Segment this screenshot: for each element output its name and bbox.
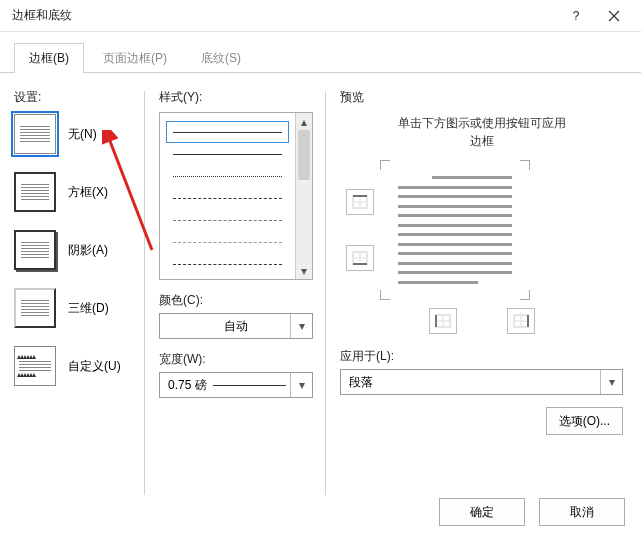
cancel-button[interactable]: 取消: [539, 498, 625, 526]
close-icon: [608, 10, 620, 22]
preview-area: [340, 160, 623, 300]
preview-lines-icon: [398, 176, 512, 284]
border-top-button[interactable]: [346, 189, 374, 215]
scrollbar[interactable]: ▴ ▾: [295, 113, 312, 279]
style-item[interactable]: [166, 187, 289, 209]
preview-label: 预览: [340, 89, 623, 106]
scroll-track[interactable]: [296, 180, 312, 262]
style-items: [160, 113, 295, 279]
corner-icon: [380, 290, 390, 300]
preview-hint: 单击下方图示或使用按钮可应用 边框: [340, 114, 623, 150]
preview-column: 预览 单击下方图示或使用按钮可应用 边框: [326, 83, 627, 503]
border-left-icon: [435, 314, 451, 328]
style-item[interactable]: [166, 121, 289, 143]
style-list: ▴ ▾: [159, 112, 313, 280]
corner-icon: [520, 290, 530, 300]
setting-none[interactable]: 无(N): [14, 114, 144, 154]
border-right-icon: [513, 314, 529, 328]
window-title: 边框和底纹: [8, 7, 557, 24]
setting-custom-icon: ▴▴▴▴▴▴ ▴▴▴▴▴▴: [14, 346, 56, 386]
border-left-button[interactable]: [429, 308, 457, 334]
style-label: 样式(Y):: [159, 89, 313, 106]
tab-shading[interactable]: 底纹(S): [186, 43, 256, 73]
corner-icon: [380, 160, 390, 170]
preview-bottom-buttons: [340, 308, 623, 334]
setting-shadow-icon: [14, 230, 56, 270]
help-button[interactable]: ?: [557, 1, 595, 31]
scroll-thumb[interactable]: [298, 130, 310, 180]
style-item[interactable]: [166, 143, 289, 165]
ok-button[interactable]: 确定: [439, 498, 525, 526]
options-button[interactable]: 选项(O)...: [546, 407, 623, 435]
border-right-button[interactable]: [507, 308, 535, 334]
setting-none-icon: [14, 114, 56, 154]
preview-paper[interactable]: [380, 160, 530, 300]
style-item[interactable]: [166, 231, 289, 253]
tabs: 边框(B) 页面边框(P) 底纹(S): [0, 32, 641, 73]
border-top-icon: [352, 195, 368, 209]
setting-3d-label: 三维(D): [68, 300, 109, 317]
chevron-down-icon: ▾: [290, 373, 312, 397]
setting-3d-icon: [14, 288, 56, 328]
close-button[interactable]: [595, 1, 633, 31]
tab-border[interactable]: 边框(B): [14, 43, 84, 73]
color-select[interactable]: 自动 ▾: [159, 313, 313, 339]
color-label: 颜色(C):: [159, 292, 313, 309]
setting-none-label: 无(N): [68, 126, 97, 143]
setting-custom[interactable]: ▴▴▴▴▴▴ ▴▴▴▴▴▴ 自定义(U): [14, 346, 144, 386]
width-select[interactable]: 0.75 磅 ▾: [159, 372, 313, 398]
setting-3d[interactable]: 三维(D): [14, 288, 144, 328]
style-item[interactable]: [166, 165, 289, 187]
color-value: 自动: [168, 318, 304, 335]
setting-box[interactable]: 方框(X): [14, 172, 144, 212]
corner-icon: [520, 160, 530, 170]
tab-page-border[interactable]: 页面边框(P): [88, 43, 182, 73]
chevron-down-icon: ▾: [290, 314, 312, 338]
options-row: 选项(O)...: [340, 407, 623, 435]
setting-shadow-label: 阴影(A): [68, 242, 108, 259]
scroll-down-icon[interactable]: ▾: [296, 262, 312, 279]
preview-side-buttons: [340, 189, 380, 271]
chevron-down-icon: ▾: [600, 370, 622, 394]
border-bottom-button[interactable]: [346, 245, 374, 271]
settings-label: 设置:: [14, 89, 144, 106]
style-item[interactable]: [166, 253, 289, 275]
style-item[interactable]: [166, 209, 289, 231]
settings-column: 设置: 无(N) 方框(X) 阴影(A) 三维(D): [14, 83, 144, 503]
setting-box-icon: [14, 172, 56, 212]
width-line-icon: [213, 385, 286, 386]
dialog-footer: 确定 取消: [439, 498, 625, 526]
setting-shadow[interactable]: 阴影(A): [14, 230, 144, 270]
border-bottom-icon: [352, 251, 368, 265]
style-column: 样式(Y): ▴ ▾ 颜色(C): 自动 ▾ 宽度(W):: [145, 83, 325, 503]
width-label: 宽度(W):: [159, 351, 313, 368]
setting-box-label: 方框(X): [68, 184, 108, 201]
width-value: 0.75 磅: [168, 377, 207, 394]
titlebar: 边框和底纹 ?: [0, 0, 641, 32]
apply-to-value: 段落: [349, 374, 373, 391]
setting-custom-label: 自定义(U): [68, 358, 121, 375]
apply-to-select[interactable]: 段落 ▾: [340, 369, 623, 395]
apply-to-label: 应用于(L):: [340, 348, 623, 365]
scroll-up-icon[interactable]: ▴: [296, 113, 312, 130]
dialog-content: 设置: 无(N) 方框(X) 阴影(A) 三维(D): [0, 73, 641, 503]
